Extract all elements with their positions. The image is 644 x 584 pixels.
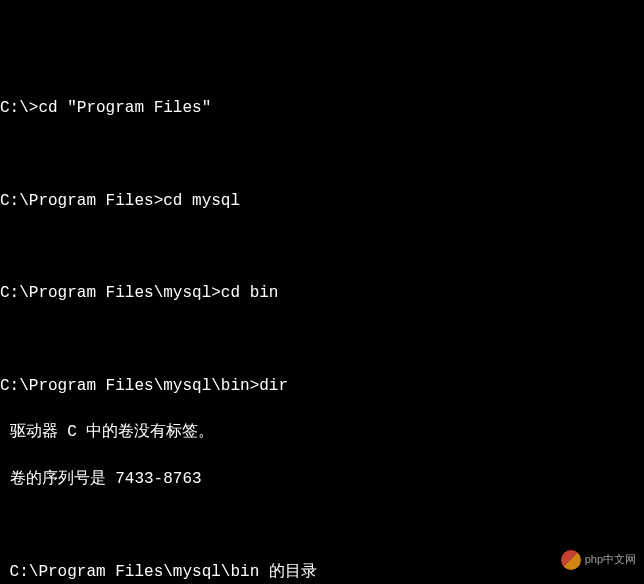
prompt: C:\Program Files\mysql> xyxy=(0,284,221,302)
prompt: C:\> xyxy=(0,99,38,117)
blank-line xyxy=(0,143,644,166)
cmd-line-3: C:\Program Files\mysql>cd bin xyxy=(0,282,644,305)
command-text: dir xyxy=(259,377,288,395)
blank-line xyxy=(0,329,644,352)
watermark: php中文网 xyxy=(561,550,636,570)
cmd-line-2: C:\Program Files>cd mysql xyxy=(0,190,644,213)
watermark-text: php中文网 xyxy=(585,552,636,568)
command-text: cd "Program Files" xyxy=(38,99,211,117)
prompt: C:\Program Files\mysql\bin> xyxy=(0,377,259,395)
cmd-line-4: C:\Program Files\mysql\bin>dir xyxy=(0,375,644,398)
directory-of-line: C:\Program Files\mysql\bin 的目录 xyxy=(0,561,644,584)
blank-line xyxy=(0,514,644,537)
php-logo-icon xyxy=(561,550,581,570)
command-text: cd mysql xyxy=(163,192,240,210)
volume-label-line: 驱动器 C 中的卷没有标签。 xyxy=(0,421,644,444)
volume-serial-line: 卷的序列号是 7433-8763 xyxy=(0,468,644,491)
cmd-line-1: C:\>cd "Program Files" xyxy=(0,97,644,120)
prompt: C:\Program Files> xyxy=(0,192,163,210)
blank-line xyxy=(0,236,644,259)
command-text: cd bin xyxy=(221,284,279,302)
